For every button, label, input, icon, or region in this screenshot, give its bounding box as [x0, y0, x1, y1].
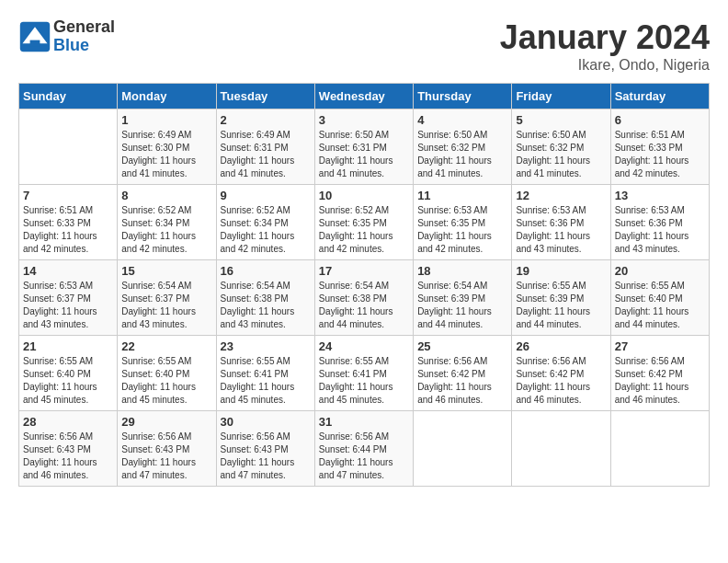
table-row: [414, 411, 512, 487]
day-info: Sunrise: 6:50 AM Sunset: 6:31 PM Dayligh…: [319, 129, 409, 180]
day-info: Sunrise: 6:56 AM Sunset: 6:43 PM Dayligh…: [221, 431, 311, 482]
day-number: 29: [121, 415, 211, 429]
table-row: 1Sunrise: 6:49 AM Sunset: 6:30 PM Daylig…: [118, 109, 216, 185]
table-row: 13Sunrise: 6:53 AM Sunset: 6:36 PM Dayli…: [610, 185, 709, 260]
day-number: 26: [516, 339, 606, 353]
day-number: 15: [121, 264, 211, 278]
day-info: Sunrise: 6:55 AM Sunset: 6:41 PM Dayligh…: [221, 355, 311, 407]
day-number: 6: [615, 113, 705, 127]
day-info: Sunrise: 6:56 AM Sunset: 6:42 PM Dayligh…: [516, 355, 606, 407]
table-row: 26Sunrise: 6:56 AM Sunset: 6:42 PM Dayli…: [512, 336, 610, 411]
calendar-week-2: 7Sunrise: 6:51 AM Sunset: 6:33 PM Daylig…: [19, 185, 710, 260]
day-info: Sunrise: 6:54 AM Sunset: 6:38 PM Dayligh…: [221, 280, 311, 331]
table-row: 19Sunrise: 6:55 AM Sunset: 6:39 PM Dayli…: [512, 260, 610, 336]
table-row: 25Sunrise: 6:56 AM Sunset: 6:42 PM Dayli…: [414, 336, 512, 411]
day-info: Sunrise: 6:56 AM Sunset: 6:42 PM Dayligh…: [417, 355, 507, 407]
day-number: 1: [121, 113, 211, 127]
table-row: [512, 411, 610, 487]
day-info: Sunrise: 6:56 AM Sunset: 6:42 PM Dayligh…: [615, 355, 705, 407]
day-info: Sunrise: 6:56 AM Sunset: 6:43 PM Dayligh…: [121, 431, 211, 482]
table-row: 2Sunrise: 6:49 AM Sunset: 6:31 PM Daylig…: [216, 109, 314, 185]
day-number: 9: [221, 189, 311, 202]
day-number: 30: [221, 415, 311, 429]
day-number: 3: [319, 113, 409, 127]
day-info: Sunrise: 6:53 AM Sunset: 6:36 PM Dayligh…: [516, 204, 606, 256]
day-number: 4: [417, 113, 507, 127]
table-row: 18Sunrise: 6:54 AM Sunset: 6:39 PM Dayli…: [414, 260, 512, 336]
day-number: 31: [319, 415, 409, 429]
day-number: 25: [417, 339, 507, 353]
logo-text: General Blue: [53, 18, 115, 55]
day-number: 11: [417, 189, 507, 202]
day-info: Sunrise: 6:55 AM Sunset: 6:40 PM Dayligh…: [615, 280, 705, 331]
calendar-header-row: SundayMondayTuesdayWednesdayThursdayFrid…: [19, 84, 710, 109]
day-number: 7: [23, 189, 113, 202]
table-row: 8Sunrise: 6:52 AM Sunset: 6:34 PM Daylig…: [118, 185, 216, 260]
day-number: 10: [319, 189, 409, 202]
title-block: January 2024 Ikare, Ondo, Nigeria: [500, 18, 710, 74]
day-number: 23: [221, 339, 311, 353]
calendar-subtitle: Ikare, Ondo, Nigeria: [500, 57, 710, 74]
calendar-week-1: 1Sunrise: 6:49 AM Sunset: 6:30 PM Daylig…: [19, 109, 710, 185]
calendar-week-4: 21Sunrise: 6:55 AM Sunset: 6:40 PM Dayli…: [19, 336, 710, 411]
day-number: 17: [319, 264, 409, 278]
table-row: 21Sunrise: 6:55 AM Sunset: 6:40 PM Dayli…: [19, 336, 118, 411]
day-header-wednesday: Wednesday: [314, 84, 413, 109]
table-row: 31Sunrise: 6:56 AM Sunset: 6:44 PM Dayli…: [314, 411, 413, 487]
day-info: Sunrise: 6:53 AM Sunset: 6:35 PM Dayligh…: [417, 204, 507, 256]
day-number: 27: [615, 339, 705, 353]
day-info: Sunrise: 6:54 AM Sunset: 6:38 PM Dayligh…: [319, 280, 409, 331]
table-row: 22Sunrise: 6:55 AM Sunset: 6:40 PM Dayli…: [118, 336, 216, 411]
day-info: Sunrise: 6:53 AM Sunset: 6:36 PM Dayligh…: [615, 204, 705, 256]
table-row: 17Sunrise: 6:54 AM Sunset: 6:38 PM Dayli…: [314, 260, 413, 336]
day-info: Sunrise: 6:50 AM Sunset: 6:32 PM Dayligh…: [417, 129, 507, 180]
logo-icon: [18, 20, 51, 53]
table-row: 9Sunrise: 6:52 AM Sunset: 6:34 PM Daylig…: [216, 185, 314, 260]
day-number: 22: [121, 339, 211, 353]
table-row: 10Sunrise: 6:52 AM Sunset: 6:35 PM Dayli…: [314, 185, 413, 260]
calendar-body: 1Sunrise: 6:49 AM Sunset: 6:30 PM Daylig…: [19, 109, 710, 487]
day-number: 18: [417, 264, 507, 278]
logo: General Blue: [18, 18, 115, 55]
table-row: 14Sunrise: 6:53 AM Sunset: 6:37 PM Dayli…: [19, 260, 118, 336]
day-header-saturday: Saturday: [610, 84, 709, 109]
day-header-sunday: Sunday: [19, 84, 118, 109]
day-info: Sunrise: 6:51 AM Sunset: 6:33 PM Dayligh…: [615, 129, 705, 180]
day-header-thursday: Thursday: [414, 84, 512, 109]
table-row: 30Sunrise: 6:56 AM Sunset: 6:43 PM Dayli…: [216, 411, 314, 487]
day-info: Sunrise: 6:56 AM Sunset: 6:43 PM Dayligh…: [23, 431, 113, 482]
day-info: Sunrise: 6:55 AM Sunset: 6:40 PM Dayligh…: [23, 355, 113, 407]
table-row: 5Sunrise: 6:50 AM Sunset: 6:32 PM Daylig…: [512, 109, 610, 185]
day-number: 2: [221, 113, 311, 127]
day-header-monday: Monday: [118, 84, 216, 109]
day-number: 12: [516, 189, 606, 202]
table-row: [610, 411, 709, 487]
table-row: 4Sunrise: 6:50 AM Sunset: 6:32 PM Daylig…: [414, 109, 512, 185]
table-row: 28Sunrise: 6:56 AM Sunset: 6:43 PM Dayli…: [19, 411, 118, 487]
day-header-tuesday: Tuesday: [216, 84, 314, 109]
day-info: Sunrise: 6:52 AM Sunset: 6:34 PM Dayligh…: [221, 204, 311, 256]
day-number: 28: [23, 415, 113, 429]
table-row: 27Sunrise: 6:56 AM Sunset: 6:42 PM Dayli…: [610, 336, 709, 411]
day-header-friday: Friday: [512, 84, 610, 109]
day-info: Sunrise: 6:55 AM Sunset: 6:40 PM Dayligh…: [121, 355, 211, 407]
table-row: 29Sunrise: 6:56 AM Sunset: 6:43 PM Dayli…: [118, 411, 216, 487]
day-number: 14: [23, 264, 113, 278]
table-row: 23Sunrise: 6:55 AM Sunset: 6:41 PM Dayli…: [216, 336, 314, 411]
table-row: 3Sunrise: 6:50 AM Sunset: 6:31 PM Daylig…: [314, 109, 413, 185]
day-info: Sunrise: 6:55 AM Sunset: 6:41 PM Dayligh…: [319, 355, 409, 407]
day-info: Sunrise: 6:51 AM Sunset: 6:33 PM Dayligh…: [23, 204, 113, 256]
day-info: Sunrise: 6:50 AM Sunset: 6:32 PM Dayligh…: [516, 129, 606, 180]
day-number: 5: [516, 113, 606, 127]
day-info: Sunrise: 6:54 AM Sunset: 6:39 PM Dayligh…: [417, 280, 507, 331]
day-info: Sunrise: 6:55 AM Sunset: 6:39 PM Dayligh…: [516, 280, 606, 331]
table-row: 11Sunrise: 6:53 AM Sunset: 6:35 PM Dayli…: [414, 185, 512, 260]
table-row: 24Sunrise: 6:55 AM Sunset: 6:41 PM Dayli…: [314, 336, 413, 411]
day-number: 8: [121, 189, 211, 202]
day-info: Sunrise: 6:49 AM Sunset: 6:31 PM Dayligh…: [221, 129, 311, 180]
day-number: 19: [516, 264, 606, 278]
page-header: General Blue January 2024 Ikare, Ondo, N…: [18, 18, 710, 74]
table-row: 20Sunrise: 6:55 AM Sunset: 6:40 PM Dayli…: [610, 260, 709, 336]
day-number: 21: [23, 339, 113, 353]
day-number: 13: [615, 189, 705, 202]
